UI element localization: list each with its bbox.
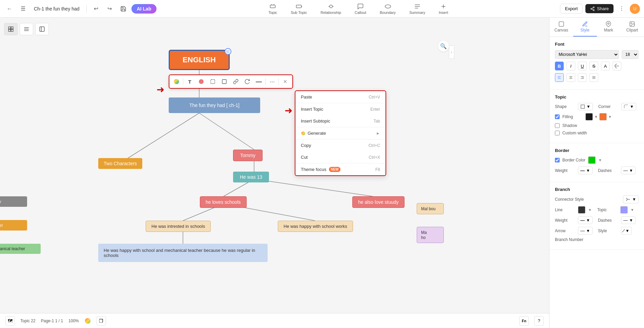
share-button[interactable]: Share (585, 4, 614, 13)
branch-dashes-select[interactable]: — ▼ (621, 216, 636, 224)
font-size-select[interactable]: 18 (622, 50, 639, 59)
map-view-button[interactable]: 🗺 (5, 316, 15, 326)
svg-point-5 (385, 5, 391, 8)
tab-style[interactable]: Style (573, 18, 597, 37)
ctx-style-button[interactable] (171, 76, 182, 87)
ctx-copy[interactable]: Copy Ctrl+C (295, 139, 386, 151)
ctx-line-button[interactable]: — (254, 76, 264, 87)
font-color-button[interactable]: A​ (601, 62, 610, 70)
align-justify-button[interactable] (589, 73, 598, 82)
node-he-also-love[interactable]: he also love stuudy (352, 196, 404, 208)
tab-mark[interactable]: Mark (597, 18, 621, 37)
line-color-swatch[interactable] (578, 206, 585, 214)
fill-color-accent[interactable] (599, 113, 607, 121)
topic-section: Topic Shape ▼ Corner ▼ Filling ▼ ▼ (549, 90, 644, 143)
font-family-select[interactable]: Microsoft YaHei (555, 50, 619, 59)
shadow-row: Shadow (555, 123, 639, 128)
export-button[interactable]: Export (560, 4, 583, 14)
ctx-link-button[interactable] (231, 76, 241, 87)
style-select[interactable]: ∕ ▼ (621, 227, 632, 235)
ctx-generate[interactable]: Generate ► (295, 127, 386, 139)
ctx-paste[interactable]: Paste Ctrl+V (295, 91, 386, 103)
redo-button[interactable]: ↪ (104, 3, 115, 14)
svg-rect-0 (270, 5, 275, 7)
ctx-color-button[interactable] (196, 76, 206, 87)
node-big-text[interactable]: He was happy with school and mechanical … (98, 244, 268, 262)
align-left-button[interactable] (555, 73, 564, 82)
node-two-characters[interactable]: Two Characters (98, 158, 142, 169)
highlight-button[interactable] (612, 62, 621, 70)
ai-lab-button[interactable]: AI Lab (131, 4, 157, 14)
node-subtitle[interactable]: The fun they had [ ch-1] (169, 97, 260, 113)
arrow-select[interactable]: — ▼ (578, 227, 593, 235)
avatar[interactable]: U (630, 4, 640, 14)
undo-button[interactable]: ↩ (91, 3, 102, 14)
save-button[interactable] (118, 3, 129, 14)
ctx-text-button[interactable]: T (185, 76, 195, 87)
svg-rect-36 (222, 80, 226, 84)
bold-button[interactable]: B (555, 62, 564, 70)
node-he-was-13[interactable]: He was 13 (233, 172, 269, 182)
corner-select[interactable]: ▼ (621, 103, 636, 110)
fill-color-dark[interactable] (585, 113, 593, 121)
filling-checkbox[interactable] (555, 114, 560, 119)
ctx-more-button[interactable]: ⋯ (267, 76, 277, 87)
boundary-tool[interactable]: Boundary (377, 2, 398, 16)
node-malbou-2[interactable]: Ma ho (417, 227, 444, 243)
node-he-loves[interactable]: he loves schools (200, 196, 247, 208)
fn-button[interactable]: Fn (519, 316, 529, 326)
corner-label: Corner (598, 104, 619, 109)
ctx-border-button[interactable] (208, 76, 218, 87)
weight-select[interactable]: — ▼ (578, 167, 593, 174)
shadow-checkbox[interactable] (555, 123, 560, 128)
node-mechanical-teacher[interactable]: mechanical teacher (0, 220, 27, 231)
dashes-select[interactable]: — ▼ (621, 167, 636, 174)
branch-weight-select[interactable]: — ▼ (578, 216, 593, 224)
callout-tool[interactable]: Callout (352, 2, 369, 16)
context-menu: Paste Ctrl+V Insert Topic Enter Insert S… (295, 90, 386, 176)
ctx-theme-focus[interactable]: Theme focus NEW F8 (295, 163, 386, 175)
custom-width-checkbox[interactable] (555, 131, 560, 135)
node-happy-works[interactable]: He was happy with school works (278, 221, 353, 232)
align-center-button[interactable] (566, 73, 575, 82)
underline-button[interactable]: U (578, 62, 587, 70)
help-button[interactable]: ? (534, 316, 544, 326)
apps-button[interactable]: ⋮ (616, 3, 627, 14)
tab-clipart[interactable]: Clipart (620, 18, 644, 37)
ctx-cut[interactable]: Cut Ctrl+X (295, 151, 386, 163)
branch-arrow-row: Arrow — ▼ Style ∕ ▼ (555, 227, 639, 235)
subtopic-tool[interactable]: Sub Topic (288, 2, 310, 16)
strikethrough-button[interactable]: S (589, 62, 598, 70)
tab-canvas[interactable]: Canvas (549, 18, 573, 37)
align-right-button[interactable] (578, 73, 587, 82)
node-handle[interactable] (225, 48, 231, 55)
font-section: Font Microsoft YaHei 18 B I U S A​ (549, 37, 644, 90)
border-checkbox[interactable] (555, 158, 560, 162)
ctx-insert-subtopic[interactable]: Insert Subtopic Tab (295, 115, 386, 127)
node-tommy[interactable]: Tommy (233, 150, 263, 161)
branch-topic-label: Topic (597, 207, 618, 212)
node-malbou-1[interactable]: Mal bou (417, 203, 444, 214)
ctx-insert-topic[interactable]: Insert Topic Enter (295, 103, 386, 115)
insert-tool[interactable]: Insert (436, 2, 451, 16)
topic-color-swatch[interactable] (620, 206, 628, 214)
fullscreen-button[interactable]: ❐ (97, 316, 106, 326)
relationship-tool[interactable]: Relationship (318, 2, 344, 16)
shape-select[interactable]: ▼ (578, 103, 593, 110)
border-color-swatch[interactable] (588, 156, 596, 164)
topic-tool[interactable]: Topic (266, 2, 280, 16)
node-hated-study[interactable]: hated study (0, 196, 27, 207)
summary-tool[interactable]: Summary (407, 2, 428, 16)
summary-label: Summary (409, 10, 425, 15)
connector-style-select[interactable]: ▼ (623, 195, 639, 203)
svg-rect-39 (559, 22, 564, 26)
italic-button[interactable]: I (566, 62, 575, 70)
ctx-shape-button[interactable] (219, 76, 229, 87)
ctx-rotate-button[interactable] (242, 76, 252, 87)
node-intrested[interactable]: He was intrested in schools (146, 221, 211, 232)
back-button[interactable]: ← (4, 3, 15, 14)
menu-button[interactable]: ☰ (18, 3, 28, 14)
node-english[interactable]: ENGLISH (169, 50, 230, 70)
ctx-close-button[interactable]: ✕ (280, 76, 290, 87)
node-ools[interactable]: ools and with her mechanical teacher (0, 244, 41, 254)
